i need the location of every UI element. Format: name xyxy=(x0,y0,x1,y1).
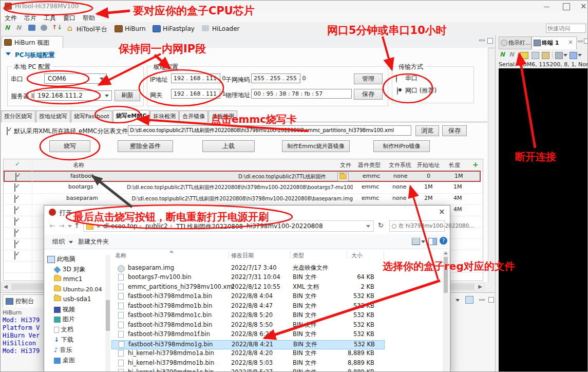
terminal-tab-close-icon[interactable]: × xyxy=(568,39,573,46)
connect-icon[interactable]: N xyxy=(5,24,10,31)
make-emmc-image-button[interactable]: 制作Emmc烧片器镜像 xyxy=(282,140,350,152)
refresh-button[interactable]: 刷新 xyxy=(115,90,140,101)
terminal-pin-icon[interactable] xyxy=(532,52,539,59)
file-row[interactable]: fastboot-hi3798mdmo1d.bin2022/8/8 5:50BI… xyxy=(111,321,385,330)
new-terminal-icon[interactable] xyxy=(570,52,577,59)
file-row[interactable]: hi_kernel-hi3798mdmo1a.bin2022/8/8 4:20B… xyxy=(111,349,385,359)
file-row[interactable]: hi_kernel-hi3798mdmo1b.bin2022/8/8 5:03B… xyxy=(111,359,385,368)
file-row[interactable]: bootargs7-mv100.bin2022/7/31 10:04BIN 文件… xyxy=(111,273,385,283)
sidebar-item-mmc1[interactable]: mmc1 xyxy=(47,275,105,286)
sidebar-scrollbar[interactable] xyxy=(105,255,110,372)
col-start[interactable]: 开始地址 xyxy=(417,161,440,169)
row3-checkbox[interactable] xyxy=(14,195,15,203)
col-name[interactable]: 名称 xyxy=(73,161,84,169)
file-col-date[interactable]: 修改日期 xyxy=(231,252,254,259)
dialog-close-icon[interactable]: × xyxy=(439,207,445,216)
maximize-button[interactable] xyxy=(557,1,575,12)
file-row[interactable]: emmc_partitions_hi3798mv100.xml2022/8/12… xyxy=(111,283,385,292)
console-menu-caret-icon[interactable] xyxy=(456,299,460,302)
terminal-screen[interactable] xyxy=(499,68,588,372)
row8-checkbox[interactable] xyxy=(14,251,15,259)
terminal-connect-icon[interactable]: N xyxy=(500,51,505,58)
xml-save-button[interactable]: 保存 xyxy=(442,125,467,136)
add-row-icon[interactable]: + xyxy=(472,160,479,169)
file-row[interactable]: baseparam.img2022/7/17 3:40光盘映像文件 xyxy=(111,264,385,273)
open-console-icon[interactable] xyxy=(465,296,473,304)
col-fs[interactable]: 文件系统 xyxy=(389,161,411,169)
sidebar-item-this-pc[interactable]: 此电脑 xyxy=(47,255,105,265)
help-icon[interactable]: ? xyxy=(440,237,447,245)
terminal-disconnect-icon[interactable]: N xyxy=(509,51,514,58)
transfer-icon[interactable]: ↑↓ xyxy=(52,24,62,31)
file-row[interactable]: fastboot-hi3798mdmo1c.bin2022/8/8 5:20BI… xyxy=(111,311,385,321)
terminal-minimize-icon[interactable] xyxy=(578,41,583,42)
check-all-icon[interactable]: ✓ xyxy=(15,160,20,168)
mac-field[interactable]: 00 : 95 : 38 : 78 : fb : 57 xyxy=(251,89,352,99)
sidebar-item-music[interactable]: ♪ 音乐 xyxy=(47,346,105,356)
history-caret-icon[interactable] xyxy=(68,225,72,228)
sidebar-item-documents[interactable]: 文档 xyxy=(47,325,105,336)
quick-access-input[interactable] xyxy=(546,24,586,33)
menu-window[interactable]: 窗口 xyxy=(63,14,75,23)
tab-indicator[interactable]: 指示灯... xyxy=(499,36,532,49)
table-row-fastboot[interactable]: fastboot D:\dl.ecoo.top\public2\TTL线刷固件 … xyxy=(4,171,481,182)
file-row-selected[interactable]: fastboot-hi3798mdmo1g.bin2022/8/8 4:21BI… xyxy=(111,340,385,349)
section-title[interactable]: PC与板端配置 xyxy=(15,51,55,60)
tab-partition-burn[interactable]: 按分区烧写 xyxy=(1,110,35,122)
tab-address-burn[interactable]: 按地址烧写 xyxy=(36,110,70,122)
sidebar-item-usb-sda1[interactable]: usb-sda1 xyxy=(47,295,105,305)
organize-button[interactable]: 组织 xyxy=(52,237,65,246)
tab-emmc-burn[interactable]: 烧写eMMC xyxy=(113,110,149,123)
toolbar-hitool-platform[interactable]: HiTool平台 xyxy=(77,25,107,34)
sidebar-item-downloads[interactable]: ↓ 下载 xyxy=(47,336,105,346)
serial-combo[interactable]: COM6 xyxy=(44,73,107,84)
terminal-lock-icon[interactable] xyxy=(542,52,549,59)
sidebar-item-pictures[interactable]: 图片 xyxy=(47,315,105,325)
row5-checkbox[interactable] xyxy=(14,217,15,226)
menu-chip[interactable]: 芯片 xyxy=(24,14,36,23)
tab-terminal-1[interactable]: 终端 1 × xyxy=(532,36,577,49)
row1-browse-file-button[interactable] xyxy=(337,173,349,181)
sidebar-item-desktop[interactable]: 桌面 xyxy=(47,356,105,366)
file-row[interactable]: fastboot-hi3798mdmo1a.bin2022/8/8 4:04BI… xyxy=(111,292,385,302)
file-col-type[interactable]: 类型 xyxy=(293,252,304,259)
terminal-properties-icon[interactable] xyxy=(520,52,528,59)
section-collapse-icon[interactable] xyxy=(6,52,11,55)
xml-path-input[interactable] xyxy=(128,125,411,136)
board-ip-field[interactable]: 192 . 168 . 111 . 0 xyxy=(171,73,220,83)
netmask-field[interactable]: 255 . 255 . 255 . 0 xyxy=(251,73,300,83)
xml-default-checkbox[interactable] xyxy=(7,127,8,135)
file-row[interactable]: fastboot-hi3798mdmo1b.bin2022/8/8 4:47BI… xyxy=(111,302,385,311)
console-maximize-icon[interactable] xyxy=(488,297,494,303)
view-minimize-icon[interactable] xyxy=(479,40,485,41)
toolbar-hiburn[interactable]: HiBurn xyxy=(125,25,146,32)
board-save-button[interactable]: 保存 xyxy=(354,89,383,100)
dialog-search-box[interactable]: 在 hi3798mv100-2022080... xyxy=(389,220,445,232)
col-length[interactable]: 长度 xyxy=(449,161,460,169)
terminal-settings-caret-icon[interactable] xyxy=(563,54,567,57)
new-terminal-caret-icon[interactable] xyxy=(578,54,582,57)
toolbar-hifastplay[interactable]: HiFastplay xyxy=(163,25,195,32)
scroll-up-icon[interactable] xyxy=(444,252,448,254)
gateway-field[interactable]: 192 . 168 . 111 . 1 xyxy=(171,89,220,99)
new-folder-button[interactable]: 新建文件夹 xyxy=(78,237,109,246)
sidebar-item-3d-objects[interactable]: 3D 对象 xyxy=(47,265,105,275)
row7-checkbox[interactable] xyxy=(14,240,15,248)
table-row-bootargs[interactable]: bootargs D:\dl.ecoo.top\public2\TTL线刷固件2… xyxy=(4,182,483,194)
manage-button[interactable]: 管理 xyxy=(354,73,383,84)
tab-console[interactable]: 控制台 xyxy=(3,294,47,307)
view-mode-icon[interactable] xyxy=(412,238,420,245)
scroll-left-icon[interactable]: ◀ xyxy=(4,284,8,289)
sidebar-scroll-thumb[interactable] xyxy=(106,300,110,331)
sidebar-item-videos[interactable]: 视频 xyxy=(47,305,105,315)
terminal-maximize-icon[interactable] xyxy=(584,39,588,44)
erase-all-button[interactable]: 擦除全器件 xyxy=(118,140,173,152)
organize-caret-icon[interactable] xyxy=(69,241,73,244)
menu-help[interactable]: 帮助 xyxy=(83,14,95,23)
table-row-baseparam[interactable]: baseparam D:\dl.ecoo.top\public2\TTL线刷固件… xyxy=(4,193,483,205)
view-mode-caret-icon[interactable] xyxy=(421,240,425,243)
tab-badblock-check[interactable]: 坏块检测 xyxy=(150,110,179,122)
menu-file[interactable]: 文件 xyxy=(5,14,17,23)
row1-checkbox[interactable] xyxy=(15,173,16,181)
minimize-button[interactable] xyxy=(538,1,555,12)
